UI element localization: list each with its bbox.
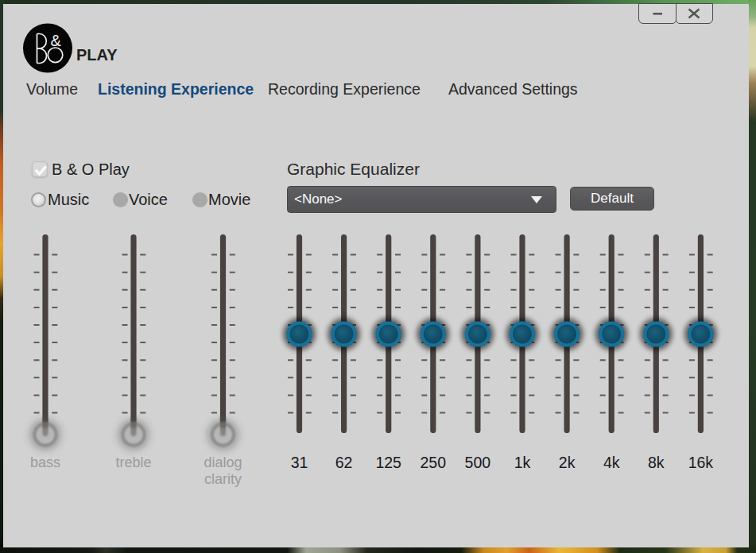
svg-text:&: &	[51, 32, 62, 49]
